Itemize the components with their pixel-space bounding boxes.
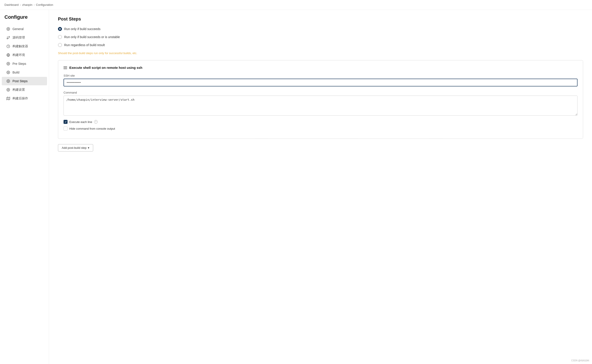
svg-point-7	[8, 63, 9, 64]
execute-each-line-label: Execute each line	[69, 120, 92, 124]
watermark: CSDN @码码语料	[571, 359, 589, 362]
add-step-chevron-icon: ▾	[88, 146, 89, 150]
sidebar-label-post-build: 构建后操作	[13, 97, 28, 100]
radio-label-success: Run only if build succeeds	[64, 27, 100, 31]
hide-command-row: Hide command from console output	[64, 127, 578, 130]
gear-icon-5	[6, 88, 10, 92]
sidebar-item-build-settings[interactable]: 构建设置	[2, 85, 47, 94]
sidebar-item-pre-steps[interactable]: Pre Steps	[2, 59, 47, 68]
sidebar-label-build: Build	[13, 71, 20, 74]
hide-command-checkbox[interactable]	[64, 127, 67, 130]
app-layout: Configure General 源码管理 构建触发器 构建环境	[0, 10, 592, 364]
sidebar-item-post-steps[interactable]: Post Steps	[2, 77, 47, 85]
radio-label-unstable: Run only if build succeeds or is unstabl…	[64, 35, 120, 39]
breadcrumb-dashboard[interactable]: Dashboard	[5, 3, 19, 6]
sidebar-label-source-mgmt: 源码管理	[13, 36, 25, 40]
execute-each-line-help-icon[interactable]: ?	[94, 120, 98, 124]
svg-point-2	[9, 36, 10, 37]
svg-point-8	[8, 72, 9, 73]
main-content: Post Steps Run only if build succeeds Ru…	[49, 10, 592, 364]
svg-marker-11	[7, 97, 10, 100]
execute-each-line-checkbox[interactable]	[64, 120, 67, 124]
ssh-site-input[interactable]	[64, 79, 578, 86]
radio-circle-regardless	[58, 43, 62, 47]
sidebar-label-post-steps: Post Steps	[13, 79, 28, 83]
sidebar-item-source-mgmt[interactable]: 源码管理	[2, 33, 47, 42]
clock-icon	[6, 44, 10, 48]
radio-circle-unstable	[58, 35, 62, 39]
add-post-build-step-button[interactable]: Add post-build step ▾	[58, 144, 93, 151]
gear-icon-3	[6, 70, 10, 74]
gear-icon-2	[6, 62, 10, 66]
add-step-label: Add post-build step	[62, 146, 86, 150]
drag-handle-icon[interactable]	[64, 66, 67, 69]
sidebar-item-build-env[interactable]: 构建环境	[2, 51, 47, 59]
globe-icon	[6, 53, 10, 57]
sidebar: Configure General 源码管理 构建触发器 构建环境	[0, 10, 49, 364]
breadcrumb-sep-1: ›	[20, 3, 21, 6]
radio-label-regardless: Run regardless of build result	[64, 43, 105, 47]
card-header: Execute shell script on remote host usin…	[64, 66, 578, 70]
sidebar-label-build-settings: 构建设置	[13, 88, 25, 92]
gear-icon	[6, 27, 10, 31]
breadcrumb-sep-2: ›	[34, 3, 34, 6]
command-textarea[interactable]: /home/zhaopin/interview-server/start.sh	[64, 96, 578, 116]
branch-icon	[6, 36, 10, 40]
radio-run-unstable[interactable]: Run only if build succeeds or is unstabl…	[58, 35, 583, 39]
section-title: Post Steps	[58, 16, 583, 22]
radio-run-success[interactable]: Run only if build succeeds	[58, 27, 583, 31]
ssh-site-label: SSH site	[64, 74, 578, 77]
sidebar-label-build-trigger: 构建触发器	[13, 44, 28, 48]
gear-icon-4	[6, 79, 10, 83]
sidebar-item-build[interactable]: Build	[2, 68, 47, 77]
radio-group: Run only if build succeeds Run only if b…	[58, 27, 583, 47]
svg-point-3	[7, 38, 8, 39]
sidebar-label-build-env: 构建环境	[13, 53, 25, 57]
sidebar-item-build-trigger[interactable]: 构建触发器	[2, 42, 47, 51]
breadcrumb-zhaopin[interactable]: zhaopin	[22, 3, 33, 6]
breadcrumb-current: Configuration	[36, 3, 53, 6]
hint-text: Should the post-build steps run only for…	[58, 52, 583, 55]
sidebar-item-post-build[interactable]: 构建后操作	[2, 94, 47, 103]
hide-command-label: Hide command from console output	[69, 127, 115, 130]
sidebar-label-pre-steps: Pre Steps	[13, 62, 26, 65]
breadcrumb: Dashboard › zhaopin › Configuration	[0, 0, 592, 10]
svg-point-0	[8, 28, 9, 29]
sidebar-title: Configure	[0, 14, 49, 25]
radio-run-regardless[interactable]: Run regardless of build result	[58, 43, 583, 47]
execute-each-line-row: Execute each line ?	[64, 120, 578, 124]
sidebar-item-general[interactable]: General	[2, 25, 47, 33]
sidebar-label-general: General	[13, 27, 24, 31]
ssh-execute-card: Execute shell script on remote host usin…	[58, 60, 583, 139]
svg-point-10	[8, 89, 9, 90]
svg-point-9	[8, 81, 9, 82]
radio-circle-success	[58, 27, 62, 31]
cube-icon	[6, 97, 10, 100]
command-label: Command	[64, 91, 578, 94]
card-title: Execute shell script on remote host usin…	[69, 66, 142, 70]
